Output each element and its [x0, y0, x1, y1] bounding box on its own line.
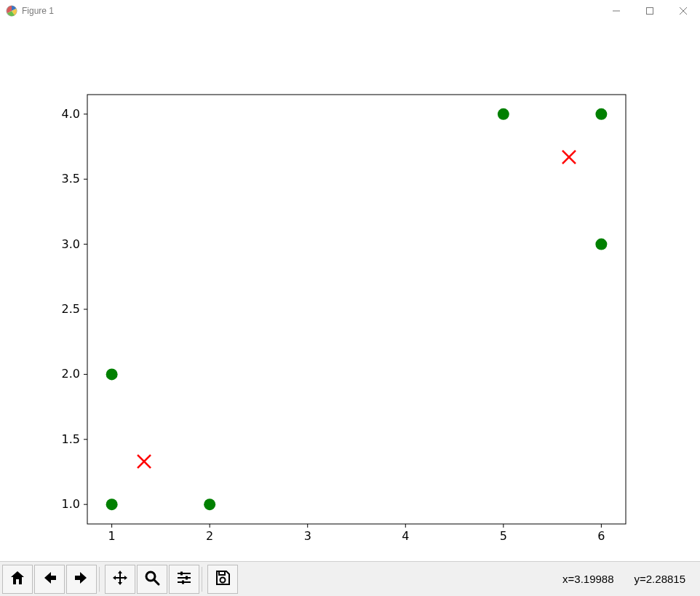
ytick-label: 1.5: [62, 432, 80, 446]
matplotlib-toolbar: x=3.19988 y=2.28815: [0, 561, 700, 596]
svg-rect-14: [186, 576, 188, 579]
zoom-icon: [143, 569, 161, 589]
xtick-label: 5: [500, 529, 507, 543]
app-icon: [6, 5, 17, 17]
save-button[interactable]: [207, 565, 238, 594]
ytick-label: 2.0: [62, 367, 80, 381]
axes-box: [87, 95, 626, 524]
xtick-label: 2: [206, 529, 213, 543]
pan-button[interactable]: [105, 565, 135, 594]
data-point-points: [106, 368, 118, 380]
configure-subplots-button[interactable]: [169, 565, 199, 594]
data-point-centroids: [562, 151, 576, 164]
data-point-points: [106, 498, 118, 510]
sliders-icon: [175, 569, 193, 589]
ytick-label: 3.5: [62, 172, 80, 186]
ytick-label: 3.0: [62, 237, 80, 251]
svg-rect-12: [180, 571, 183, 575]
arrow-right-icon: [73, 569, 90, 589]
save-icon: [214, 569, 231, 589]
window-title: Figure 1: [22, 6, 54, 16]
home-icon: [9, 569, 26, 589]
data-point-points: [204, 498, 215, 510]
data-point-points: [595, 108, 607, 120]
svg-rect-16: [182, 580, 184, 584]
svg-rect-17: [219, 571, 225, 575]
data-point-points: [498, 108, 509, 120]
ytick-label: 2.5: [62, 302, 80, 316]
cursor-coordinates: x=3.19988 y=2.28815: [562, 573, 685, 585]
cursor-y: y=2.28815: [635, 573, 685, 585]
close-button[interactable]: [667, 0, 700, 22]
minimize-button[interactable]: [600, 0, 633, 22]
ytick-label: 1.0: [62, 497, 80, 511]
plot-svg: 1234561.01.52.02.53.03.54.0: [0, 22, 700, 562]
zoom-button[interactable]: [137, 565, 167, 594]
forward-button[interactable]: [66, 565, 97, 594]
svg-point-18: [220, 577, 226, 582]
xtick-label: 6: [597, 529, 605, 543]
xtick-label: 1: [108, 529, 116, 543]
ytick-label: 4.0: [62, 107, 80, 121]
xtick-label: 3: [304, 529, 311, 543]
xtick-label: 4: [402, 529, 409, 543]
arrow-left-icon: [41, 569, 58, 589]
figure-canvas[interactable]: 1234561.01.52.02.53.03.54.0: [0, 22, 700, 562]
move-icon: [111, 569, 129, 589]
svg-rect-2: [647, 8, 653, 15]
svg-line-10: [154, 580, 159, 584]
data-point-centroids: [138, 455, 151, 468]
home-button[interactable]: [2, 565, 33, 594]
toolbar-separator: [202, 567, 202, 592]
window-titlebar: Figure 1: [0, 0, 700, 23]
data-point-points: [595, 239, 607, 250]
toolbar-separator: [99, 567, 100, 592]
maximize-button[interactable]: [633, 0, 667, 22]
back-button[interactable]: [34, 565, 65, 594]
cursor-x: x=3.19988: [562, 573, 613, 585]
window-controls: [600, 0, 700, 22]
